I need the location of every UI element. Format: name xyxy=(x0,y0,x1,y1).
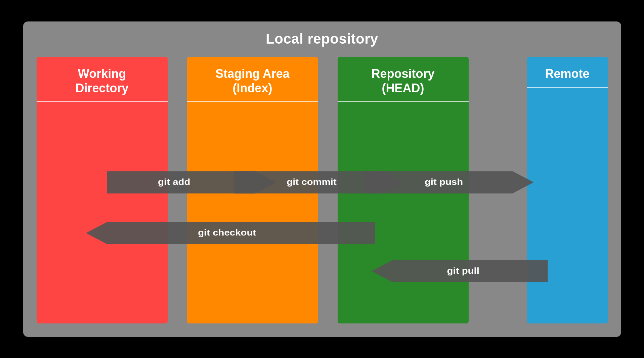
diagram-container: Local repository WorkingDirectory Stagin… xyxy=(23,21,621,337)
working-directory-column: WorkingDirectory xyxy=(37,57,168,323)
staging-area-column: Staging Area(Index) xyxy=(187,57,318,323)
repository-label: Repository(HEAD) xyxy=(338,57,469,102)
repository-column: Repository(HEAD) xyxy=(338,57,469,323)
staging-area-label: Staging Area(Index) xyxy=(187,57,318,102)
remote-column: Remote xyxy=(527,57,608,323)
working-directory-label: WorkingDirectory xyxy=(37,57,168,102)
columns-wrapper: WorkingDirectory Staging Area(Index) Rep… xyxy=(23,47,621,337)
local-repo-label: Local repository xyxy=(266,31,378,47)
remote-label: Remote xyxy=(527,57,608,88)
